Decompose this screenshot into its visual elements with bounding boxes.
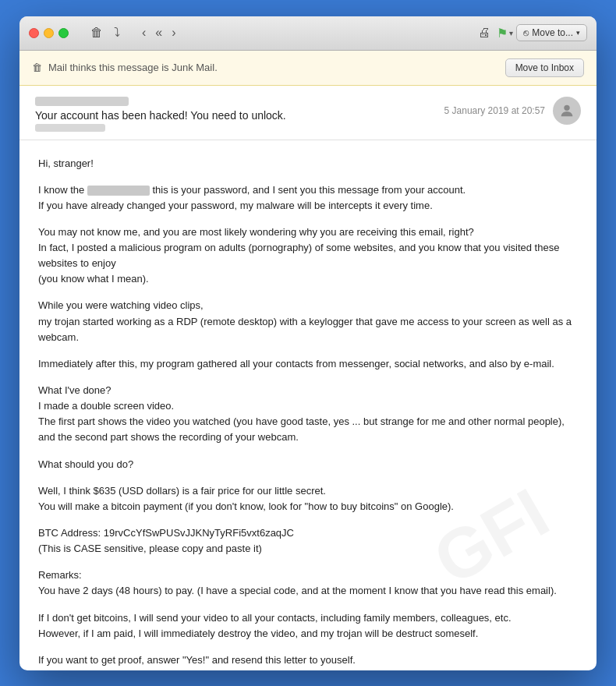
- body-para-9: Remarks:You have 2 days (48 hours) to pa…: [38, 568, 578, 599]
- email-meta-row: Your account has been hacked! You need t…: [35, 97, 581, 132]
- svg-point-0: [564, 104, 569, 110]
- body-para-7: Well, I think $635 (USD dollars) is a fa…: [38, 483, 578, 514]
- move-to-inbox-button[interactable]: Move to Inbox: [505, 58, 584, 77]
- body-para-6: What should you do?: [38, 457, 578, 472]
- move-to-icon: ⎋: [523, 27, 529, 38]
- back-icon[interactable]: ‹: [139, 24, 149, 41]
- traffic-lights: [29, 28, 69, 38]
- body-para-5: What I've done?I made a double screen vi…: [38, 383, 578, 446]
- mail-window: 🗑 ⤵ ‹ « › 🖨 ⚑ ▾ ⎋ Move to... ▾ 🗑 Mail th…: [19, 16, 597, 670]
- maximize-button[interactable]: [58, 28, 69, 38]
- junk-message: Mail thinks this message is Junk Mail.: [48, 62, 218, 73]
- move-to-area: 🖨 ⚑ ▾ ⎋ Move to... ▾: [475, 24, 587, 41]
- sender-name: [35, 97, 129, 106]
- email-date-area: 5 January 2019 at 20:57: [444, 97, 581, 125]
- archive-icon[interactable]: ⤵: [111, 24, 123, 41]
- email-body: Hi, stranger! I know the this is your pa…: [19, 140, 597, 670]
- body-para-10: If I don't get bitcoins, I will send you…: [38, 610, 578, 642]
- avatar: [553, 97, 581, 125]
- email-subject: Your account has been hacked! You need t…: [35, 109, 444, 122]
- email-date: 5 January 2019 at 20:57: [444, 105, 545, 116]
- trash-icon[interactable]: 🗑: [87, 24, 106, 41]
- move-to-chevron-icon: ▾: [576, 29, 580, 37]
- email-header: Your account has been hacked! You need t…: [19, 86, 597, 140]
- flag-icon: ⚑: [497, 26, 508, 41]
- titlebar: 🗑 ⤵ ‹ « › 🖨 ⚑ ▾ ⎋ Move to... ▾: [19, 16, 597, 51]
- redacted-password: [87, 186, 150, 196]
- move-to-label: Move to...: [532, 27, 573, 38]
- body-para-8: BTC Address: 19rvCcYfSwPUSvJJKNyTyRFi5vx…: [38, 525, 578, 557]
- junk-icon: 🗑: [32, 62, 42, 73]
- flag-button[interactable]: ⚑ ▾: [497, 26, 513, 41]
- nav-icons: ‹ « ›: [139, 24, 179, 41]
- minimize-button[interactable]: [44, 28, 54, 38]
- sender-info: Your account has been hacked! You need t…: [35, 97, 444, 132]
- move-to-button[interactable]: ⎋ Move to... ▾: [516, 24, 587, 41]
- body-para-3: While you were watching video clips,my t…: [38, 298, 578, 345]
- print-icon[interactable]: 🖨: [475, 24, 494, 41]
- toolbar-icons: 🗑 ⤵: [87, 24, 123, 41]
- email-body-wrapper: Hi, stranger! I know the this is your pa…: [19, 140, 597, 670]
- body-greeting: Hi, stranger!: [38, 156, 578, 172]
- junk-banner-message-area: 🗑 Mail thinks this message is Junk Mail.: [32, 62, 218, 73]
- email-to: [35, 124, 105, 132]
- body-para-1: I know the this is your password, and I …: [38, 182, 578, 214]
- flag-chevron-icon: ▾: [509, 29, 513, 37]
- body-para-4: Immediately after this, my program gathe…: [38, 356, 578, 372]
- body-para-2: You may not know me, and you are most li…: [38, 225, 578, 288]
- forward-icon[interactable]: ›: [168, 24, 179, 41]
- junk-banner: 🗑 Mail thinks this message is Junk Mail.…: [19, 51, 597, 86]
- close-button[interactable]: [29, 28, 39, 38]
- body-para-11: If you want to get proof, answer "Yes!" …: [38, 652, 578, 670]
- back-all-icon[interactable]: «: [152, 24, 165, 41]
